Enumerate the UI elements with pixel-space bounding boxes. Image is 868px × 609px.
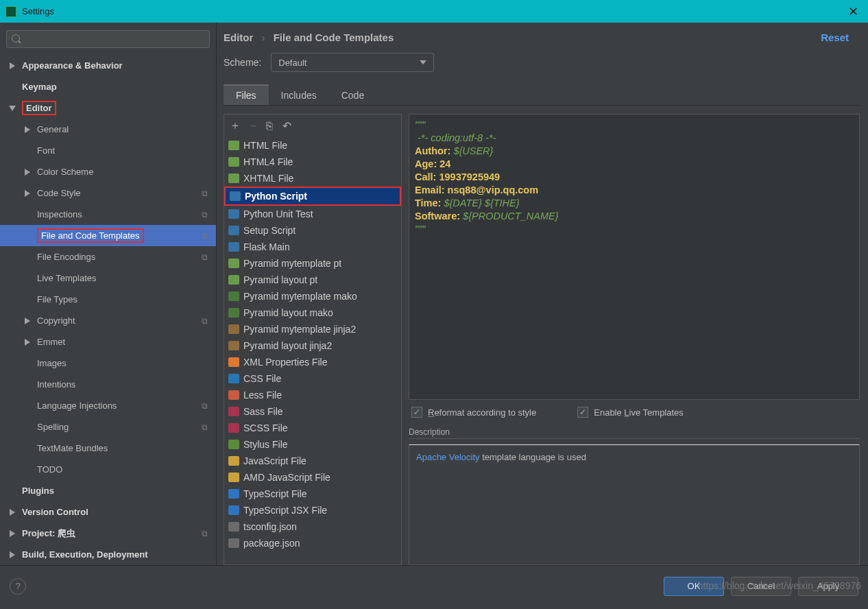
reset-link[interactable]: Reset: [821, 32, 849, 43]
tree-item-build-execution-deployment[interactable]: Build, Execution, Deployment: [0, 544, 216, 565]
template-item[interactable]: Python Unit Test: [224, 206, 401, 222]
tree-item-version-control[interactable]: Version Control: [0, 501, 216, 523]
chevron-right-icon[interactable]: [7, 507, 18, 518]
chevron-down-icon[interactable]: [7, 103, 18, 114]
search-input[interactable]: [6, 30, 210, 48]
copy-icon[interactable]: ⎘: [266, 120, 273, 132]
tree-item-todo[interactable]: TODO: [0, 459, 216, 480]
close-icon[interactable]: ✕: [844, 4, 863, 19]
template-item[interactable]: XHTML File: [224, 170, 401, 187]
template-item[interactable]: tsconfig.json: [224, 518, 401, 535]
file-type-icon: [228, 209, 239, 219]
remove-icon[interactable]: −: [250, 120, 256, 132]
template-item[interactable]: Pyramid layout pt: [224, 272, 401, 288]
template-item[interactable]: AMD JavaScript File: [224, 469, 401, 486]
chevron-right-icon[interactable]: [7, 60, 18, 71]
template-item[interactable]: XML Properties File: [224, 354, 401, 370]
template-item[interactable]: Sass File: [224, 403, 401, 420]
code-editor[interactable]: """ -*- coding:utf-8 -*- Author: ${USER}…: [409, 114, 860, 400]
template-item[interactable]: Pyramid mytemplate jinja2: [224, 321, 401, 337]
template-item[interactable]: SCSS File: [224, 420, 401, 436]
tree-item-textmate-bundles[interactable]: TextMate Bundles: [0, 438, 216, 459]
file-type-icon: [228, 538, 239, 548]
tree-item-file-and-code-templates[interactable]: File and Code Templates⧉: [0, 225, 216, 246]
tree-item-appearance-behavior[interactable]: Appearance & Behavior: [0, 55, 216, 76]
tab-files[interactable]: Files: [224, 84, 269, 105]
template-item[interactable]: Pyramid mytemplate pt: [224, 255, 401, 272]
checkbox-icon[interactable]: [577, 407, 588, 418]
template-item[interactable]: Pyramid mytemplate mako: [224, 288, 401, 304]
template-item[interactable]: Less File: [224, 387, 401, 403]
template-item[interactable]: TypeScript JSX File: [224, 502, 401, 518]
tree-item-live-templates[interactable]: Live Templates: [0, 267, 216, 289]
file-type-icon: [228, 308, 239, 318]
template-item[interactable]: TypeScript File: [224, 486, 401, 502]
template-item[interactable]: Stylus File: [224, 436, 401, 453]
tree-item-label: File Encodings: [37, 252, 95, 262]
tree-item-label: TODO: [37, 464, 62, 475]
settings-tree[interactable]: Appearance & BehaviorKeymapEditorGeneral…: [0, 52, 216, 565]
template-list[interactable]: HTML FileHTML4 FileXHTML FilePython Scri…: [224, 137, 401, 564]
tree-item-spelling[interactable]: Spelling⧉: [0, 416, 216, 438]
tree-item-project-[interactable]: Project: 爬虫⧉: [0, 523, 216, 544]
template-item[interactable]: Setup Script: [224, 222, 401, 239]
template-item[interactable]: package.json: [224, 535, 401, 551]
tab-code[interactable]: Code: [329, 84, 376, 105]
tree-item-code-style[interactable]: Code Style⧉: [0, 182, 216, 204]
template-item[interactable]: Pyramid layout mako: [224, 304, 401, 321]
chevron-right-icon[interactable]: [22, 167, 33, 178]
template-item[interactable]: Pyramid layout jinja2: [224, 337, 401, 354]
template-label: AMD JavaScript File: [243, 472, 330, 483]
reformat-checkbox[interactable]: Reformat according to style: [411, 407, 536, 418]
template-label: Pyramid mytemplate jinja2: [243, 324, 356, 335]
chevron-right-icon[interactable]: [7, 528, 18, 539]
live-templates-checkbox[interactable]: Enable Live Templates: [577, 407, 684, 418]
tree-item-images[interactable]: Images: [0, 353, 216, 374]
help-button[interactable]: ?: [10, 578, 26, 595]
tree-item-inspections[interactable]: Inspections⧉: [0, 204, 216, 225]
template-label: TypeScript File: [243, 488, 307, 499]
file-type-icon: [230, 191, 241, 201]
template-item[interactable]: Flask Main: [224, 239, 401, 255]
tree-item-emmet[interactable]: Emmet: [0, 331, 216, 353]
chevron-right-icon[interactable]: [22, 315, 33, 326]
tree-item-label: General: [37, 124, 69, 134]
checkbox-icon[interactable]: [411, 407, 422, 418]
template-label: Pyramid layout pt: [243, 274, 317, 285]
chevron-right-icon[interactable]: [22, 337, 33, 348]
chevron-right-icon[interactable]: [22, 188, 33, 199]
tab-includes[interactable]: Includes: [269, 84, 329, 105]
chevron-right-icon[interactable]: [22, 124, 33, 135]
template-item[interactable]: CSS File: [224, 370, 401, 387]
tabs: FilesIncludesCode: [224, 84, 860, 106]
tree-item-keymap[interactable]: Keymap: [0, 76, 216, 97]
tree-item-color-scheme[interactable]: Color Scheme: [0, 161, 216, 182]
template-item[interactable]: HTML File: [224, 137, 401, 154]
live-templates-label: Enable Live Templates: [594, 407, 684, 418]
template-label: Pyramid layout mako: [243, 307, 333, 318]
tree-item-plugins[interactable]: Plugins: [0, 480, 216, 501]
tree-item-font[interactable]: Font: [0, 140, 216, 161]
template-label: Python Script: [245, 191, 307, 202]
tree-item-file-types[interactable]: File Types: [0, 289, 216, 310]
template-item[interactable]: Python Script: [226, 188, 400, 204]
scheme-select[interactable]: Default: [271, 53, 434, 72]
template-label: SCSS File: [243, 422, 288, 433]
file-type-icon: [228, 390, 239, 400]
chevron-right-icon[interactable]: [7, 549, 18, 560]
tree-item-intentions[interactable]: Intentions: [0, 374, 216, 395]
revert-icon[interactable]: ↶: [282, 119, 291, 132]
description-box: Apache Velocity template language is use…: [409, 444, 860, 565]
template-label: TypeScript JSX File: [243, 505, 327, 516]
template-item[interactable]: JavaScript File: [224, 453, 401, 469]
add-icon[interactable]: ＋: [230, 119, 241, 133]
tree-item-copyright[interactable]: Copyright⧉: [0, 310, 216, 331]
tree-item-file-encodings[interactable]: File Encodings⧉: [0, 246, 216, 267]
tree-item-general[interactable]: General: [0, 119, 216, 140]
tree-item-language-injections[interactable]: Language Injections⧉: [0, 395, 216, 416]
tree-item-editor[interactable]: Editor: [0, 97, 216, 119]
tree-item-label: Version Control: [22, 507, 88, 517]
template-item[interactable]: HTML4 File: [224, 154, 401, 170]
file-type-icon: [228, 157, 239, 167]
velocity-link[interactable]: Apache Velocity: [416, 452, 480, 462]
